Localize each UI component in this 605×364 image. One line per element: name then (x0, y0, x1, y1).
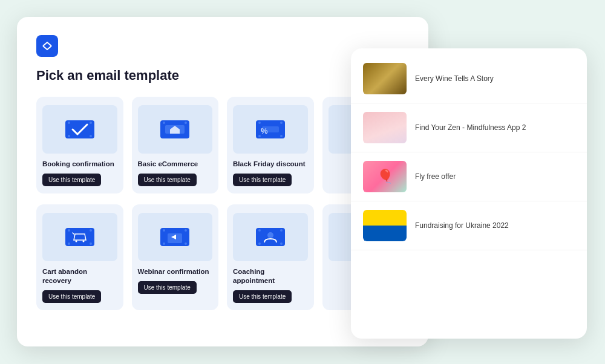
svg-point-29 (82, 240, 84, 242)
thumb-wine (363, 63, 407, 94)
template-icon-webinar (138, 213, 213, 261)
svg-point-26 (68, 242, 70, 245)
side-panel-label-wine: Every Wine Tells A Story (415, 74, 494, 84)
svg-point-38 (280, 229, 283, 232)
svg-point-5 (90, 135, 92, 137)
svg-point-34 (185, 242, 187, 245)
svg-rect-16 (262, 126, 279, 132)
svg-point-15 (280, 135, 283, 137)
template-icon-ecommerce (138, 105, 213, 154)
svg-point-28 (75, 240, 77, 242)
template-name-ecommerce: Basic eCommerce (138, 160, 198, 169)
side-panel-card: Every Wine Tells A Story Find Your Zen -… (351, 48, 587, 339)
template-name-webinar: Webinar confirmation (138, 267, 209, 276)
use-template-booking[interactable]: Use this template (42, 174, 101, 186)
use-template-webinar[interactable]: Use this template (138, 281, 197, 294)
template-name-cart: Cart abandon recovery (42, 267, 117, 285)
template-card-blackfriday: % Black Friday discount Use this templat… (227, 97, 314, 193)
use-template-blackfriday[interactable]: Use this template (233, 174, 292, 186)
app-logo (36, 35, 58, 57)
svg-point-37 (258, 229, 261, 232)
template-icon-cart (42, 213, 117, 261)
side-panel-item-zen[interactable]: Find Your Zen - Mindfulness App 2 (351, 103, 587, 152)
template-name-blackfriday: Black Friday discount (233, 160, 306, 169)
thumb-zen (363, 112, 407, 143)
template-card-webinar: Webinar confirmation Use this template (132, 204, 219, 310)
svg-point-2 (68, 122, 70, 124)
template-icon-booking (42, 105, 117, 154)
svg-point-32 (185, 229, 187, 232)
svg-point-3 (90, 122, 92, 124)
svg-point-39 (258, 242, 261, 245)
use-template-ecommerce[interactable]: Use this template (138, 174, 197, 186)
svg-point-25 (90, 229, 92, 232)
svg-point-13 (280, 122, 283, 124)
template-card-ecommerce: Basic eCommerce Use this template (132, 97, 219, 193)
side-panel-list: Every Wine Tells A Story Find Your Zen -… (351, 48, 587, 256)
template-name-booking: Booking confirmation (42, 160, 114, 169)
side-panel-item-fly[interactable]: 🎈 Fly free offer (351, 152, 587, 201)
template-name-coaching: Coaching appointment (233, 267, 308, 285)
svg-point-40 (280, 242, 283, 245)
thumb-ukraine (363, 210, 407, 241)
svg-point-14 (258, 135, 261, 137)
template-icon-coaching (233, 213, 308, 261)
svg-point-24 (68, 229, 70, 232)
svg-point-9 (185, 122, 187, 124)
template-card-cart: Cart abandon recovery Use this template (36, 204, 123, 310)
svg-point-27 (90, 242, 92, 245)
svg-point-41 (267, 232, 273, 238)
svg-point-31 (163, 229, 165, 232)
side-panel-item-ukraine[interactable]: Fundraising for Ukraine 2022 (351, 201, 587, 250)
side-panel-label-zen: Find Your Zen - Mindfulness App 2 (415, 123, 526, 133)
template-card-booking: Booking confirmation Use this template (36, 97, 123, 193)
thumb-fly: 🎈 (363, 161, 407, 192)
side-panel-label-ukraine: Fundraising for Ukraine 2022 (415, 221, 509, 231)
side-panel-item-wine[interactable]: Every Wine Tells A Story (351, 54, 587, 103)
svg-point-33 (163, 242, 165, 245)
svg-point-4 (68, 135, 70, 137)
template-icon-blackfriday: % (233, 105, 308, 154)
svg-point-12 (258, 122, 261, 124)
side-panel-label-fly: Fly free offer (415, 172, 456, 182)
template-card-coaching: Coaching appointment Use this template (227, 204, 314, 310)
use-template-cart[interactable]: Use this template (42, 290, 101, 303)
use-template-coaching[interactable]: Use this template (233, 290, 292, 303)
svg-point-8 (163, 122, 165, 124)
